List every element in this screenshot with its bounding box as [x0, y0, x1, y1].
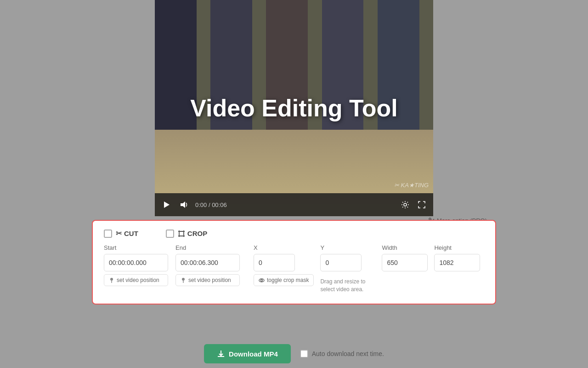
pin-icon — [109, 277, 114, 283]
video-title: Video Editing Tool — [190, 94, 398, 122]
crop-text: CROP — [187, 230, 207, 237]
editor-toggles-row: ✂ CUT CROP — [104, 229, 484, 238]
drag-hint: Drag and resize to select video area. — [320, 274, 375, 293]
play-icon — [162, 201, 170, 209]
volume-icon — [180, 201, 188, 209]
pin-icon-2 — [181, 277, 186, 283]
editor-fields-row: Start set video position End set video p… — [104, 244, 484, 293]
video-watermark: ✂ KA★TING — [394, 182, 429, 189]
controls-right — [399, 199, 428, 211]
height-label: Height — [434, 244, 480, 251]
set-end-position-button[interactable]: set video position — [175, 274, 240, 286]
volume-button[interactable] — [178, 199, 190, 211]
svg-point-16 — [110, 278, 113, 281]
svg-marker-0 — [164, 201, 170, 208]
auto-download-checkbox[interactable] — [300, 350, 308, 358]
cut-section: ✂ CUT — [104, 229, 138, 238]
play-button[interactable] — [160, 199, 172, 211]
width-label: Width — [382, 244, 428, 251]
crop-checkbox[interactable] — [166, 230, 174, 238]
cut-icon: ✂ — [116, 229, 122, 238]
gear-icon — [401, 201, 409, 209]
eye-icon — [259, 277, 265, 283]
video-controls-bar: 0:00 / 00:06 — [155, 193, 433, 216]
width-input[interactable] — [382, 254, 428, 271]
y-label: Y — [320, 244, 375, 251]
settings-button[interactable] — [399, 199, 411, 211]
start-input[interactable] — [104, 254, 168, 271]
cut-text: CUT — [124, 230, 138, 237]
download-button-label: Download MP4 — [229, 350, 278, 358]
video-frame: Video Editing Tool ✂ KA★TING — [155, 0, 433, 216]
start-field-group: Start set video position — [104, 244, 168, 286]
x-label: X — [254, 244, 314, 251]
time-display: 0:00 / 00:06 — [195, 201, 394, 208]
crop-icon — [178, 230, 185, 237]
auto-download-label[interactable]: Auto download next time. — [300, 350, 384, 358]
fullscreen-button[interactable] — [416, 199, 428, 211]
height-input[interactable] — [434, 254, 480, 271]
video-player: Video Editing Tool ✂ KA★TING 0:00 / 00:0… — [155, 0, 433, 216]
start-label: Start — [104, 244, 168, 251]
x-field-group: X toggle crop mask — [254, 244, 314, 286]
download-mp4-button[interactable]: Download MP4 — [204, 344, 291, 363]
end-label: End — [175, 244, 240, 251]
crop-label: CROP — [178, 230, 207, 237]
cut-checkbox[interactable] — [104, 230, 112, 238]
svg-marker-1 — [181, 201, 185, 208]
svg-rect-7 — [179, 231, 184, 236]
svg-point-18 — [182, 278, 185, 281]
toggle-crop-mask-button[interactable]: toggle crop mask — [254, 274, 314, 286]
y-input[interactable] — [320, 254, 362, 271]
set-start-position-button[interactable]: set video position — [104, 274, 168, 286]
download-area: Download MP4 Auto download next time. — [204, 344, 384, 363]
y-field-group: Y Drag and resize to select video area. — [320, 244, 375, 293]
height-field-group: Height — [434, 244, 480, 271]
editor-panel: ✂ CUT CROP — [92, 220, 496, 305]
auto-download-text: Auto download next time. — [312, 350, 384, 357]
width-field-group: Width — [382, 244, 428, 271]
x-input[interactable] — [254, 254, 295, 271]
end-field-group: End set video position — [175, 244, 240, 286]
svg-point-21 — [261, 279, 263, 281]
cut-label: ✂ CUT — [116, 229, 138, 238]
fullscreen-icon — [418, 201, 426, 209]
end-input[interactable] — [175, 254, 240, 271]
svg-point-3 — [429, 218, 431, 220]
download-icon — [217, 350, 225, 358]
crop-section: CROP — [166, 230, 207, 238]
svg-point-2 — [404, 203, 407, 206]
